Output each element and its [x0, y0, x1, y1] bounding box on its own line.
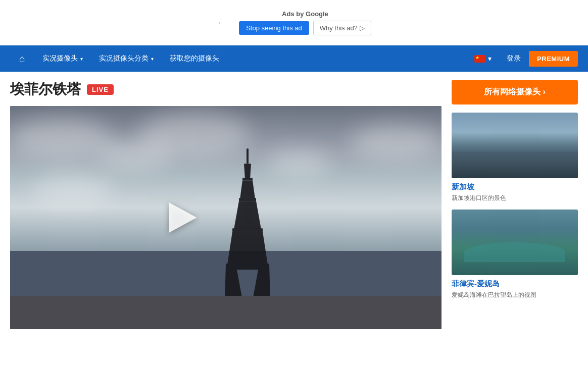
cam-name-singapore[interactable]: 新加坡 — [452, 182, 578, 192]
nav-login-button[interactable]: 登录 — [499, 45, 529, 72]
page-title: 埃菲尔铁塔 — [10, 80, 81, 99]
philippines-thumbnail-image — [452, 210, 578, 275]
nav-language-selector[interactable]: ▾ — [467, 45, 499, 72]
cloud — [351, 124, 442, 159]
page-title-row: 埃菲尔铁塔 LIVE — [10, 80, 442, 99]
eiffel-tower — [225, 148, 270, 300]
home-icon: ⌂ — [19, 53, 25, 65]
cam-desc-philippines: 爱妮岛海滩在巴拉望岛上的视图 — [452, 291, 578, 299]
right-sidebar: 所有网络摄像头 › 新加坡 新加坡港口区的景色 菲律宾-爱妮岛 爱妮岛海滩在巴拉… — [452, 80, 578, 329]
all-cams-button[interactable]: 所有网络摄像头 › — [452, 80, 578, 104]
dropdown-arrow-icon: ▾ — [488, 55, 492, 63]
nav-home-button[interactable]: ⌂ — [10, 45, 34, 72]
nav-premium-button[interactable]: PREMIUM — [529, 51, 578, 67]
svg-rect-6 — [232, 228, 263, 232]
cloud — [32, 173, 113, 206]
live-badge: LIVE — [87, 84, 114, 95]
singapore-thumbnail-image — [452, 113, 578, 178]
cloud — [269, 150, 329, 176]
svg-rect-0 — [247, 148, 249, 164]
svg-rect-2 — [242, 178, 253, 180]
dropdown-arrow-icon: ▾ — [151, 56, 154, 62]
video-player[interactable] — [10, 106, 442, 329]
ground-layer — [10, 296, 442, 329]
cam-name-philippines[interactable]: 菲律宾-爱妮岛 — [452, 279, 578, 289]
cloud — [10, 117, 111, 158]
nav-cam-categories[interactable]: 实况摄像头分类 ▾ — [91, 45, 162, 72]
play-icon: ▷ — [360, 24, 365, 32]
play-button[interactable] — [169, 202, 197, 233]
cam-card-singapore: 新加坡 新加坡港口区的景色 — [452, 113, 578, 202]
svg-rect-11 — [244, 199, 251, 228]
stop-seeing-ad-button[interactable]: Stop seeing this ad — [239, 21, 309, 35]
nav-get-your-cam[interactable]: 获取您的摄像头 — [162, 45, 227, 72]
main-content: 埃菲尔铁塔 LIVE — [0, 72, 588, 337]
left-column: 埃菲尔铁塔 LIVE — [10, 80, 442, 329]
why-this-ad-button[interactable]: Why this ad? ▷ — [313, 21, 371, 35]
ad-bar: ← Ads by Google Stop seeing this ad Why … — [0, 0, 588, 45]
cam-thumbnail-singapore[interactable] — [452, 113, 578, 178]
ad-buttons: Stop seeing this ad Why this ad? ▷ — [239, 21, 371, 35]
svg-marker-7 — [227, 232, 268, 265]
video-background — [10, 106, 442, 329]
cam-thumbnail-philippines[interactable] — [452, 210, 578, 275]
back-arrow-icon: ← — [217, 18, 225, 27]
ads-label: Ads by Google — [282, 10, 328, 18]
svg-marker-1 — [244, 164, 251, 179]
svg-marker-10 — [253, 265, 270, 300]
svg-marker-3 — [240, 180, 255, 199]
flag-china-icon — [474, 55, 485, 63]
svg-marker-9 — [225, 265, 242, 300]
nav-live-cams[interactable]: 实况摄像头 ▾ — [34, 45, 91, 72]
cam-desc-singapore: 新加坡港口区的景色 — [452, 194, 578, 202]
cam-card-philippines: 菲律宾-爱妮岛 爱妮岛海滩在巴拉望岛上的视图 — [452, 210, 578, 299]
dropdown-arrow-icon: ▾ — [80, 56, 83, 62]
main-nav: ⌂ 实况摄像头 ▾ 实况摄像头分类 ▾ 获取您的摄像头 ▾ 登录 PREMIUM — [0, 45, 588, 72]
ads-by-google: Ads by Google Stop seeing this ad Why th… — [239, 10, 371, 35]
back-arrow-area: ← — [217, 18, 228, 27]
